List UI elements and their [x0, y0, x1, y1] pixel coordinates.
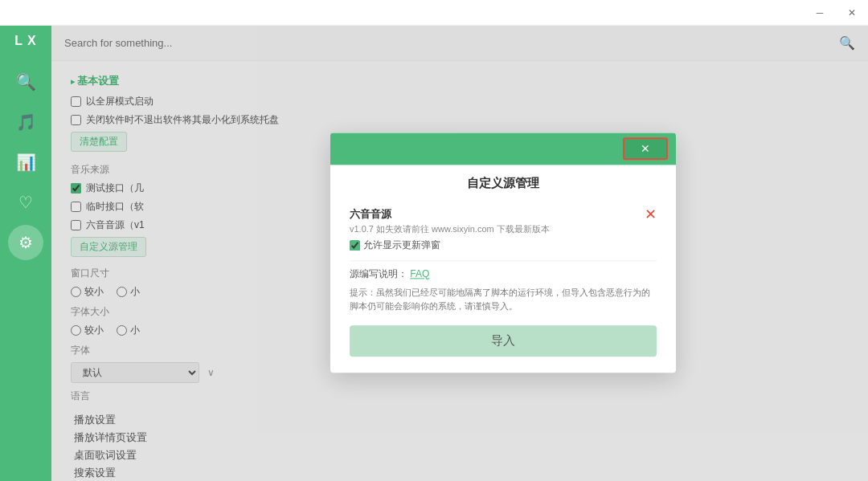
faq-row: 源编写说明： FAQ [350, 267, 657, 281]
sidebar-icon-search[interactable]: 🔍 [8, 64, 43, 100]
source-allow-row: 允许显示更新弹窗 [350, 238, 637, 252]
minimize-button[interactable]: ─ [804, 0, 836, 26]
dialog-title: 自定义源管理 [330, 165, 676, 199]
import-button[interactable]: 导入 [350, 325, 657, 357]
sidebar-icon-heart[interactable]: ♡ [8, 185, 43, 220]
sidebar-icon-settings[interactable]: ⚙ [8, 225, 43, 260]
dialog-divider [350, 260, 657, 261]
close-button[interactable]: ✕ [836, 0, 868, 26]
allow-popup-checkbox[interactable] [350, 240, 360, 251]
dialog-header: ✕ [330, 132, 676, 165]
sidebar-icon-music[interactable]: 🎵 [8, 104, 43, 140]
warning-text: 提示：虽然我们已经尽可能地隔离了脚本的运行环境，但导入包含恶意行为的脚本仍可能会… [350, 286, 657, 314]
custom-source-dialog: ✕ 自定义源管理 六音音源 v1.0.7 如失效请前往 www.sixyin.c… [330, 132, 676, 373]
titlebar: ─ ✕ [0, 0, 868, 26]
sidebar: L X 🔍 🎵 📊 ♡ ⚙ [0, 26, 51, 481]
dialog-close-button[interactable]: ✕ [623, 137, 668, 160]
source-item-sixyin: 六音音源 v1.0.7 如失效请前往 www.sixyin.com 下载最新版本… [350, 207, 657, 252]
dialog-body: 六音音源 v1.0.7 如失效请前往 www.sixyin.com 下载最新版本… [330, 199, 676, 373]
sidebar-icon-chart[interactable]: 📊 [8, 145, 43, 180]
faq-link[interactable]: FAQ [410, 268, 429, 279]
allow-popup-label: 允许显示更新弹窗 [363, 238, 440, 252]
source-delete-button[interactable]: ✕ [645, 207, 657, 222]
app-logo: L X [14, 34, 37, 48]
source-info: 六音音源 v1.0.7 如失效请前往 www.sixyin.com 下载最新版本… [350, 207, 637, 252]
faq-label: 源编写说明： [350, 268, 407, 279]
source-name: 六音音源 [350, 207, 637, 222]
source-version: v1.0.7 如失效请前往 www.sixyin.com 下载最新版本 [350, 223, 637, 235]
